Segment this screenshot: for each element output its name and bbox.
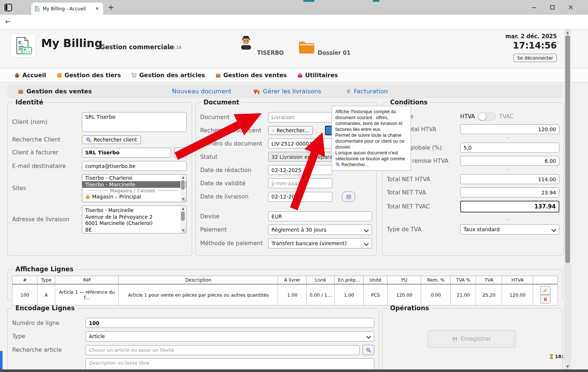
search-icon <box>86 137 91 143</box>
resize-grip[interactable] <box>182 197 186 201</box>
user-name: TISERBO <box>257 50 284 56</box>
date-validite-input[interactable]: jj-mm-aaaa <box>268 178 332 188</box>
type-ligne-select[interactable]: Article <box>86 331 374 341</box>
recherche-article-search-button[interactable] <box>362 345 374 355</box>
enregistrer-button[interactable]: Enregistrer <box>428 330 516 348</box>
svg-text:€: € <box>35 7 37 9</box>
lines-table: # Type Réf Description À livrer Livré En… <box>12 276 558 305</box>
recherche-article-input[interactable]: Choisir un article ou saisir un libellé <box>86 345 360 355</box>
description-libre-placeholder: Description ou texte libre <box>89 360 149 366</box>
col-en-prep: En prép... <box>335 276 364 285</box>
client-facturer-search-button[interactable] <box>174 147 187 158</box>
cell-type: A <box>37 284 55 305</box>
remise-globale-input[interactable]: 5,0 <box>460 143 559 153</box>
paiement-select[interactable]: Règlement à 30 jours <box>268 225 372 235</box>
minimize-button[interactable] <box>531 4 537 10</box>
client-facturer-input[interactable]: SRL Tiserbo <box>82 148 171 158</box>
row-sites: Sites Tiserbo - Charleroi Tiserbo - Marc… <box>12 174 187 202</box>
scroll-down-icon[interactable]: ▼ <box>564 365 571 368</box>
package-icon <box>18 88 24 94</box>
nav-item-accueil[interactable]: Accueil <box>14 72 46 79</box>
recherche-document-label: Recherche Document <box>200 127 268 134</box>
sites-label: Sites <box>12 185 82 192</box>
page-scrollbar[interactable]: ▲ ▼ <box>564 29 571 369</box>
toggle-htva-label: HTVA <box>460 113 475 120</box>
date-livraison-input[interactable]: 02-12-2025 <box>268 192 332 202</box>
main-nav: Accueil Gestion des tiers Gestion des ar… <box>0 68 588 82</box>
rechercher-document-button[interactable]: Rechercher... <box>268 126 313 135</box>
email-input[interactable]: compta@tiserbo.be <box>82 161 187 171</box>
tab-title: My Billing - Accueil <box>43 6 94 11</box>
row-montant-remise: Montant remise HTVA 6.00 <box>387 156 559 166</box>
calendar-button[interactable] <box>342 192 355 202</box>
tooltip-text: Affiche l'historique complet du document… <box>335 109 403 132</box>
panel-encodage-legend: Encodage Lignes <box>14 304 76 312</box>
devise-input[interactable]: EUR <box>268 211 372 221</box>
sites-option-selected[interactable]: Tiserbo - Marcinelle <box>82 181 186 188</box>
rechercher-client-button[interactable]: Rechercher client <box>82 135 141 144</box>
scroll-up-icon[interactable]: ▲ <box>180 175 186 180</box>
methode-paiement-select[interactable]: Transfert bancaire (virement) <box>268 238 372 248</box>
nav-label: Gestion des ventes <box>223 72 287 79</box>
sites-option[interactable]: Magasin – Principal <box>82 193 186 200</box>
toggle-knob[interactable] <box>479 113 486 120</box>
numero-ligne-value: 100 <box>89 320 99 326</box>
type-tva-select[interactable]: Taux standard <box>460 224 559 235</box>
maximize-button[interactable] <box>549 4 555 10</box>
delete-line-button[interactable]: X <box>540 295 551 304</box>
new-tab-button[interactable]: + <box>108 3 114 12</box>
nav-label: Accueil <box>22 72 46 79</box>
package-icon <box>215 72 221 78</box>
truck-icon <box>253 89 260 94</box>
nav-item-ventes[interactable]: Gestion des ventes <box>215 72 287 79</box>
nav-item-utilitaires[interactable]: Utilitaires <box>297 72 338 79</box>
col-unite: Unité <box>364 276 387 285</box>
scroll-up-icon[interactable]: ▲ <box>180 206 186 211</box>
numero-ligne-input[interactable]: 100 <box>86 318 374 328</box>
sites-option[interactable]: Tiserbo - Charleroi <box>82 175 186 181</box>
table-row[interactable]: 100 A Article 1 — référence du f... Arti… <box>12 284 558 305</box>
row-email: E-mail destinataire compta@tiserbo.be <box>12 161 187 171</box>
browser-tab[interactable]: € My Billing - Accueil ✕ <box>31 3 103 15</box>
nav-item-tiers[interactable]: Gestion des tiers <box>57 72 121 79</box>
close-button[interactable] <box>568 4 574 10</box>
lines-header-row: # Type Réf Description À livrer Livré En… <box>12 276 558 285</box>
scroll-thumb[interactable] <box>181 180 185 190</box>
scroll-thumb[interactable] <box>565 35 570 263</box>
client-nom-textarea[interactable]: SRL Tiserbo <box>82 112 187 132</box>
adresse-textarea[interactable]: Tiserbo - Marcinelle Avenue de la Prévoy… <box>82 205 187 233</box>
row-numero-ligne: Numéro de ligne 100 <box>12 318 374 328</box>
panel-operations: Opérations Enregistrer <box>382 304 563 372</box>
montant-remise-value: 6.00 <box>545 158 556 164</box>
edit-line-button[interactable] <box>540 286 551 295</box>
cell-a-livrer: 1.00 <box>278 284 307 305</box>
x-icon: X <box>544 297 547 302</box>
scroll-thumb[interactable] <box>181 211 185 221</box>
dossier-folder-icon[interactable] <box>298 40 315 54</box>
subnav-link-gerer-livraisons[interactable]: Gérer les livraisons <box>253 88 321 95</box>
sites-listbox[interactable]: Tiserbo - Charleroi Tiserbo - Marcinelle… <box>82 174 187 202</box>
tab-workspaces-icon[interactable] <box>4 4 12 11</box>
document-type-label: Document <box>200 114 268 121</box>
subnav-label: Gérer les livraisons <box>263 88 321 95</box>
tab-close-icon[interactable]: ✕ <box>94 6 100 11</box>
row-remise-globale: Remise globale (%) 5,0 <box>387 143 559 153</box>
subnav-link-facturation[interactable]: Facturation <box>346 88 388 95</box>
type-tva-label: Type de TVA <box>387 226 460 233</box>
tooltip-text: Rechercher... <box>341 162 368 167</box>
adresse-line: BE <box>85 227 183 233</box>
nav-item-articles[interactable]: Gestion des articles <box>131 72 205 79</box>
date-redaction-input[interactable]: 02-12-2025 <box>268 165 332 175</box>
col-tva-pct: TVA % <box>451 276 476 285</box>
logout-button[interactable]: Se déconnecter <box>513 54 557 62</box>
cell-pu: 120.00 <box>387 284 421 305</box>
cell-tva: 25.20 <box>476 284 502 305</box>
back-icon[interactable]: ← <box>5 18 11 25</box>
button-label: Rechercher... <box>277 128 309 133</box>
scroll-up-icon[interactable]: ▲ <box>564 31 571 34</box>
htva-tvac-toggle[interactable] <box>478 112 496 121</box>
resize-grip[interactable] <box>182 229 186 233</box>
client-nom-value: SRL Tiserbo <box>85 114 115 120</box>
chevron-down-icon <box>551 227 556 232</box>
subnav-link-nouveau-document[interactable]: Nouveau document <box>172 88 231 95</box>
